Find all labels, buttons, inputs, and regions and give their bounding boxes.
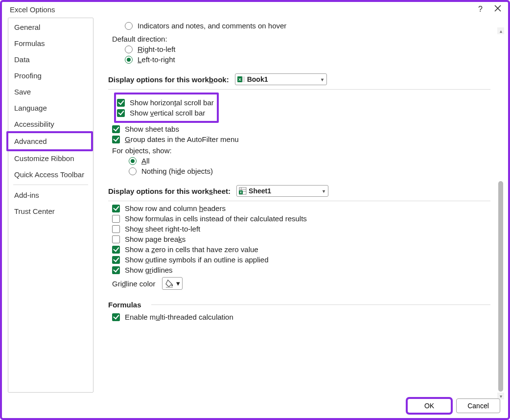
label-gridlines: Show gridlines <box>125 266 173 274</box>
label-row-col-headers: Show row and column headers <box>125 204 226 212</box>
heading-formulas: Formulas <box>108 301 141 309</box>
label-objects-nothing: Nothing (hide objects) <box>141 167 213 175</box>
dropdown-workbook[interactable]: X Book1 ▾ <box>235 73 327 85</box>
checkbox-group-dates[interactable] <box>112 136 120 143</box>
help-icon[interactable]: ? <box>478 5 483 14</box>
dropdown-workbook-value: Book1 <box>247 75 320 83</box>
sidebar-item-formulas[interactable]: Formulas <box>8 35 93 51</box>
label-gridline-color: Gridline color <box>112 280 155 288</box>
sidebar-item-proofing[interactable]: Proofing <box>8 68 93 84</box>
checkbox-v-scroll[interactable] <box>117 109 125 117</box>
checkbox-sheet-rtl[interactable] <box>112 225 120 233</box>
checkbox-row-col-headers[interactable] <box>112 205 120 212</box>
ok-button[interactable]: OK <box>407 398 451 413</box>
checkbox-h-scroll[interactable] <box>117 99 125 107</box>
label-rtl: Right-to-left <box>138 45 176 53</box>
radio-objects-nothing[interactable] <box>129 167 137 175</box>
chevron-down-icon: ▾ <box>322 188 326 194</box>
radio-ltr[interactable] <box>125 56 133 64</box>
scroll-up-arrow-icon[interactable]: ▴ <box>497 27 504 34</box>
radio-rtl[interactable] <box>125 46 133 53</box>
label-sheet-tabs: Show sheet tabs <box>125 125 179 133</box>
sidebar-item-language[interactable]: Language <box>8 100 93 116</box>
dropdown-worksheet-value: Sheet1 <box>249 187 322 195</box>
label-sheet-rtl: Show sheet right-to-left <box>125 225 200 233</box>
label-group-dates: Group dates in the AutoFilter menu <box>125 135 239 143</box>
chevron-down-icon: ▾ <box>176 279 180 288</box>
gridline-color-button[interactable]: ▾ <box>162 277 183 290</box>
label-indicators-hover: Indicators and notes, and comments on ho… <box>138 22 286 30</box>
heading-worksheet-display: Display options for this worksheet: <box>108 187 231 195</box>
label-zero-values: Show a zero in cells that have zero valu… <box>125 245 258 254</box>
scrollbar-thumb[interactable] <box>498 181 503 392</box>
checkbox-gridlines[interactable] <box>112 266 120 274</box>
close-icon[interactable] <box>494 5 501 14</box>
sidebar-item-advanced[interactable]: Advanced <box>6 131 93 151</box>
checkbox-show-formulas[interactable] <box>112 215 120 223</box>
svg-text:X: X <box>238 77 241 82</box>
vertical-scrollbar[interactable]: ▴ ▾ <box>497 27 504 399</box>
label-v-scroll: Show vertical scroll bar <box>130 109 205 117</box>
svg-rect-9 <box>166 287 173 288</box>
radio-indicators-hover[interactable] <box>125 22 133 30</box>
checkbox-multithread[interactable] <box>112 313 120 321</box>
sidebar-item-trust-center[interactable]: Trust Center <box>8 203 93 219</box>
sidebar-item-data[interactable]: Data <box>8 51 93 68</box>
label-default-direction: Default direction: <box>112 35 167 43</box>
label-page-breaks: Show page breaks <box>125 235 185 243</box>
checkbox-sheet-tabs[interactable] <box>112 125 120 133</box>
dialog-title: Excel Options <box>10 5 55 14</box>
sidebar-item-save[interactable]: Save <box>8 84 93 100</box>
chevron-down-icon: ▾ <box>320 77 325 82</box>
svg-text:X: X <box>240 191 242 194</box>
label-ltr: Left-to-right <box>138 55 175 64</box>
options-sidebar: General Formulas Data Proofing Save Lang… <box>8 18 93 393</box>
label-h-scroll: Show horizontal scroll bar <box>130 98 214 107</box>
label-objects-all: All <box>141 157 150 165</box>
highlight-scrollbar-options: Show horizontal scroll bar Show vertical… <box>114 93 219 123</box>
sidebar-item-customize-ribbon[interactable]: Customize Ribbon <box>8 150 93 166</box>
checkbox-outline-symbols[interactable] <box>112 256 120 264</box>
sidebar-item-quick-access-toolbar[interactable]: Quick Access Toolbar <box>8 166 93 183</box>
worksheet-icon: X <box>239 187 247 195</box>
svg-rect-2 <box>242 77 245 82</box>
sidebar-item-general[interactable]: General <box>8 19 93 35</box>
checkbox-zero-values[interactable] <box>112 246 120 254</box>
dropdown-worksheet[interactable]: X Sheet1 ▾ <box>236 185 328 197</box>
cancel-button[interactable]: Cancel <box>456 398 500 413</box>
sidebar-item-add-ins[interactable]: Add-ins <box>8 187 93 203</box>
label-outline-symbols: Show outline symbols if an outline is ap… <box>125 256 269 264</box>
label-show-formulas: Show formulas in cells instead of their … <box>125 214 307 223</box>
radio-objects-all[interactable] <box>129 157 137 165</box>
label-for-objects: For objects, show: <box>112 146 172 155</box>
checkbox-page-breaks[interactable] <box>112 235 120 243</box>
excel-file-icon: X <box>237 75 245 83</box>
sidebar-item-accessibility[interactable]: Accessibility <box>8 116 93 132</box>
paint-bucket-icon <box>164 279 175 288</box>
heading-workbook-display: Display options for this workbook: <box>108 75 229 84</box>
label-multithread: Enable multi-threaded calculation <box>125 313 233 321</box>
